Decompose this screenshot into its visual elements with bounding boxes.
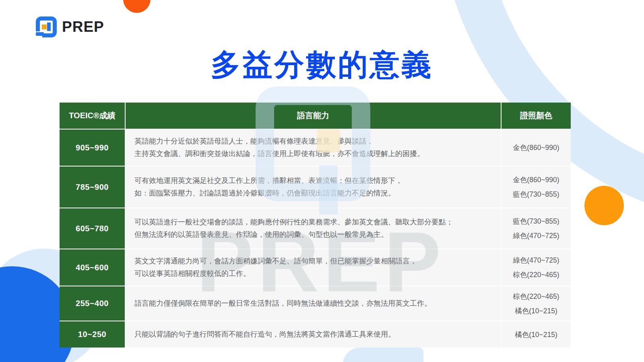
score-cell: 905~990 — [60, 130, 125, 166]
header-language-ability: 語言能力 — [126, 103, 501, 129]
header-toeic-score: TOEIC®成績 — [60, 103, 125, 129]
score-table: TOEIC®成績 語言能力 證照顏色 905~990英語能力十分近似於英語母語人… — [60, 103, 571, 343]
right-orange-circle — [584, 186, 624, 225]
certificate-color-cell: 金色(860~990)藍色(730~855) — [502, 167, 571, 208]
score-cell: 605~780 — [60, 208, 125, 249]
top-orange-circle — [123, 0, 151, 13]
brand-logo: PREP — [35, 16, 104, 38]
certificate-color-line: 藍色(730~855) — [513, 188, 559, 200]
certificate-color-cell: 綠色(470~725)棕色(220~465) — [502, 249, 571, 286]
bottom-center-lightblue-shape — [343, 348, 423, 362]
ability-line: 如：面臨緊張壓力、討論話題過於冷僻艱澀時，仍會顯現出語言能力不足的情況。 — [134, 187, 395, 200]
ability-line: 英文文字溝通能力尚可，會話方面稍嫌詞彙不足、語句簡單，但已能掌握少量相關語言， — [134, 255, 417, 267]
certificate-color-cell: 藍色(730~855)綠色(470~725) — [502, 208, 571, 249]
certificate-color-line: 藍色(730~855) — [513, 215, 559, 227]
ability-line: 可以英語進行一般社交場會的談話，能夠應付例行性的業務需求、參加英文會議、聽取大部… — [134, 216, 453, 228]
ability-line: 只能以背誦的句子進行問答而不能自行造句，尚無法將英文當作溝通工具來使用。 — [134, 328, 395, 341]
ability-line: 主持英文會議、調和衝突並做出結論，語言使用上即使有瑕疵，亦不會造成理解上的困擾。 — [134, 148, 424, 160]
ability-line: 語言能力僅僅侷限在簡單的一般日常生活對話，同時無法做連續性交談，亦無法用英文工作… — [134, 297, 431, 310]
ability-line: 但無法流利的以英語發表意見、作辯論，使用的詞彙、句型也以一般常見為主。 — [134, 228, 388, 241]
ability-line: 可以從事英語相關程度較低的工作。 — [134, 267, 250, 280]
ability-cell: 語言能力僅僅侷限在簡單的一般日常生活對話，同時無法做連續性交談，亦無法用英文工作… — [126, 286, 501, 321]
ability-cell: 可有效地運用英文滿足社交及工作上所需，措辭相當、表達流暢；但在某些情形下，如：面… — [126, 167, 501, 208]
ability-cell: 英語能力十分近似於英語母語人士，能夠流暢有條理表達意見、參與談話，主持英文會議、… — [126, 130, 501, 166]
score-cell: 785~900 — [60, 167, 125, 208]
certificate-color-line: 橘色(10~215) — [515, 305, 557, 317]
certificate-color-cell: 金色(860~990) — [502, 130, 571, 166]
ability-cell: 可以英語進行一般社交場會的談話，能夠應付例行性的業務需求、參加英文會議、聽取大部… — [126, 208, 501, 249]
ability-cell: 英文文字溝通能力尚可，會話方面稍嫌詞彙不足、語句簡單，但已能掌握少量相關語言，可… — [126, 249, 501, 286]
certificate-color-line: 金色(860~990) — [513, 142, 559, 154]
ability-cell: 只能以背誦的句子進行問答而不能自行造句，尚無法將英文當作溝通工具來使用。 — [126, 321, 501, 348]
brand-name: PREP — [62, 19, 104, 35]
certificate-color-line: 綠色(470~725) — [513, 230, 559, 242]
header-certificate-color: 證照顏色 — [502, 103, 571, 129]
certificate-color-line: 棕色(220~465) — [513, 269, 559, 281]
page-title: 多益分數的意義 — [0, 45, 644, 85]
certificate-color-line: 金色(860~990) — [513, 174, 559, 186]
ability-line: 可有效地運用英文滿足社交及工作上所需，措辭相當、表達流暢；但在某些情形下， — [134, 175, 402, 187]
certificate-color-cell: 橘色(10~215) — [502, 321, 571, 348]
prep-logo-icon — [35, 16, 57, 38]
score-cell: 10~250 — [60, 321, 125, 348]
certificate-color-cell: 棕色(220~465)橘色(10~215) — [502, 286, 571, 321]
certificate-color-line: 橘色(10~215) — [515, 329, 557, 341]
certificate-color-line: 綠色(470~725) — [513, 254, 559, 266]
score-cell: 255~400 — [60, 286, 125, 321]
certificate-color-line: 棕色(220~465) — [513, 290, 559, 302]
score-cell: 405~600 — [60, 249, 125, 286]
ability-line: 英語能力十分近似於英語母語人士，能夠流暢有條理表達意見、參與談話， — [134, 135, 374, 148]
